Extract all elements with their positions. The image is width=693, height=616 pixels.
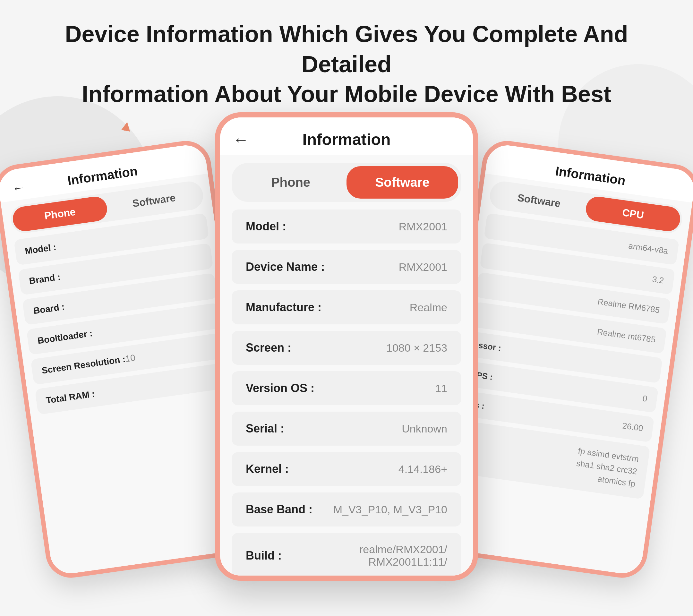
- label-model-center: Model :: [246, 220, 286, 233]
- value-version-os: 11: [435, 382, 447, 395]
- phone-center-tab-bar: Phone Software: [232, 163, 461, 202]
- phone-center-header: ← Information: [220, 117, 473, 155]
- value-model-center: RMX2001: [399, 220, 447, 233]
- tab-phone-center[interactable]: Phone: [235, 166, 346, 199]
- tab-software-right[interactable]: Software: [490, 182, 588, 219]
- label-device-name: Device Name :: [246, 260, 325, 274]
- phone-left-title: Information: [67, 164, 139, 188]
- label-version-os: Version OS :: [246, 381, 314, 395]
- value-serial: Unknown: [402, 422, 447, 435]
- tab-software-left[interactable]: Software: [105, 182, 203, 219]
- label-serial: Serial :: [246, 422, 284, 435]
- back-arrow-left[interactable]: ←: [11, 179, 26, 196]
- label-screen-resolution: Screen Resolution :: [41, 354, 126, 376]
- value-baseband: M_V3_P10, M_V3_P10: [333, 503, 447, 516]
- value-kernel: 4.14.186+: [398, 463, 447, 475]
- value-model-rm: Realme RM6785: [597, 297, 660, 315]
- value-manufacture: Realme: [410, 301, 447, 314]
- tab-phone-left[interactable]: Phone: [11, 195, 109, 233]
- label-bootloader: Booltloader :: [37, 328, 93, 346]
- value-version: 3.2: [652, 274, 665, 286]
- value-arch: arm64-v8a: [628, 241, 669, 256]
- list-item: Build : realme/RMX2001/RMX2001L1:11/: [232, 533, 461, 576]
- label-screen: Screen :: [246, 341, 291, 355]
- list-item: Kernel : 4.14.186+: [232, 452, 461, 486]
- phone-center: ← Information Phone Software Model : RMX…: [215, 112, 478, 581]
- label-brand: Brand :: [28, 272, 61, 286]
- list-item: Model : RMX2001: [232, 210, 461, 243]
- label-total-ram: Total RAM :: [45, 389, 95, 406]
- label-processor: ssor :: [478, 340, 501, 353]
- list-item: Base Band : M_V3_P10, M_V3_P10: [232, 493, 461, 526]
- phones-area: ← Information Phone Software Model : Bra…: [0, 112, 693, 616]
- list-item: Screen : 1080 × 2153: [232, 331, 461, 365]
- label-build: Build :: [246, 549, 282, 562]
- label-model: Model :: [24, 242, 57, 256]
- label-board: Board :: [33, 302, 65, 316]
- phone-right-cpu-list: arm64-v8a 3.2 Realme RM6785 Realme mt678…: [443, 212, 687, 500]
- tab-cpu-right[interactable]: CPU: [584, 195, 682, 233]
- tab-software-center[interactable]: Software: [346, 166, 458, 199]
- back-arrow-center[interactable]: ←: [233, 130, 249, 149]
- value-ips: 0: [642, 393, 648, 404]
- phone-right-title: Information: [554, 164, 626, 188]
- value-screen: 1080 × 2153: [386, 342, 447, 354]
- label-manufacture: Manufacture :: [246, 301, 321, 314]
- phone-left-info-list: Model : Brand : Board : Booltloader : Sc…: [6, 212, 238, 416]
- value-device-name: RMX2001: [399, 261, 447, 273]
- list-item: Manufacture : Realme: [232, 290, 461, 324]
- list-item: Version OS : 11: [232, 371, 461, 405]
- value-es: 26.00: [622, 421, 644, 434]
- label-baseband: Base Band :: [246, 503, 313, 516]
- value-model-mt: Realme mt6785: [596, 326, 656, 344]
- phone-center-inner: ← Information Phone Software Model : RMX…: [220, 117, 473, 576]
- value-features: fp asimd evtstrmsha1 sha2 crc32atomics f…: [574, 445, 639, 490]
- list-item: Device Name : RMX2001: [232, 250, 461, 284]
- value-screen-resolution: 10: [125, 353, 136, 364]
- phone-center-title: Information: [302, 130, 391, 149]
- list-item: Serial : Unknown: [232, 412, 461, 445]
- phone-center-info-list: Model : RMX2001 Device Name : RMX2001 Ma…: [220, 210, 473, 576]
- label-kernel: Kernel :: [246, 462, 289, 476]
- value-build: realme/RMX2001/RMX2001L1:11/: [359, 543, 447, 568]
